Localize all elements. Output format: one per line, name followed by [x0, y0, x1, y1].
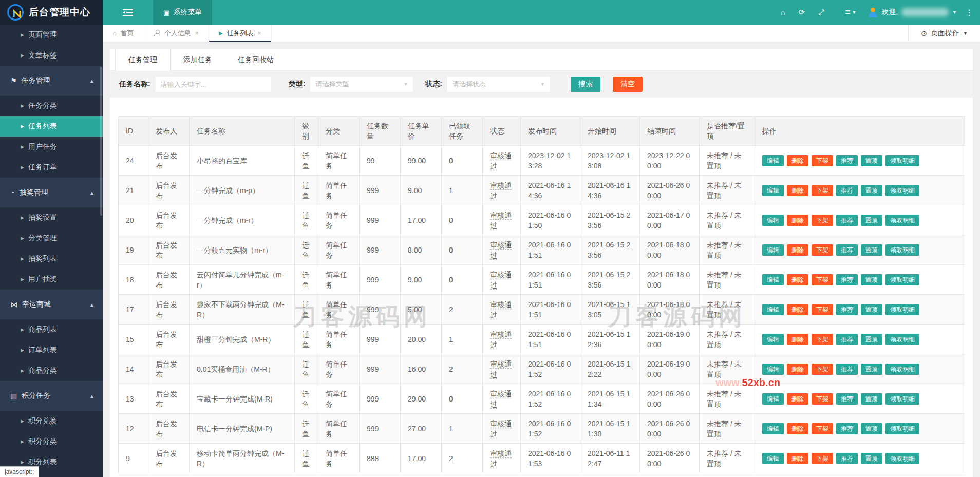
sidebar-item-lucky-mall[interactable]: ⋈幸运商城▲	[0, 290, 103, 319]
action-button-删除[interactable]: 删除	[787, 393, 808, 405]
page-operations-dropdown[interactable]: ⊙ 页面操作 ▼	[908, 25, 980, 42]
action-button-删除[interactable]: 删除	[787, 185, 808, 196]
refresh-icon[interactable]: ⟳	[792, 0, 812, 25]
action-button-编辑[interactable]: 编辑	[762, 155, 784, 166]
action-button-置顶[interactable]: 置顶	[861, 453, 882, 464]
action-button-下架[interactable]: 下架	[812, 423, 833, 434]
action-button-下架[interactable]: 下架	[812, 185, 833, 196]
action-button-删除[interactable]: 删除	[787, 244, 808, 256]
layout-menu-dropdown[interactable]: ≡ ▼	[838, 0, 863, 25]
action-button-编辑[interactable]: 编辑	[762, 423, 784, 434]
sidebar-item-task-order[interactable]: ▶任务订单	[0, 157, 103, 178]
sidebar-item-user-task[interactable]: ▶用户任务	[0, 137, 103, 157]
sidebar-item-goods-category[interactable]: ▶商品分类	[0, 360, 103, 381]
sidebar-item-points-category[interactable]: ▶积分分类	[0, 431, 103, 452]
tab-profile[interactable]: 个人信息×	[144, 25, 209, 42]
action-button-置顶[interactable]: 置顶	[861, 393, 882, 405]
sidebar-scrollbar[interactable]	[100, 67, 102, 216]
sidebar-item-task-category[interactable]: ▶任务分类	[0, 96, 103, 116]
action-button-推荐[interactable]: 推荐	[836, 244, 858, 256]
action-button-编辑[interactable]: 编辑	[762, 393, 784, 405]
action-button-删除[interactable]: 删除	[787, 453, 808, 464]
action-button-推荐[interactable]: 推荐	[836, 334, 858, 345]
subtab-task-recycle[interactable]: 任务回收站	[225, 49, 287, 70]
sidebar-item-user-lottery[interactable]: ▶用户抽奖	[0, 269, 103, 290]
action-button-下架[interactable]: 下架	[812, 334, 833, 345]
close-icon[interactable]: ×	[195, 30, 199, 37]
system-menu-button[interactable]: ▣ 系统菜单	[153, 0, 212, 25]
tab-home[interactable]: ⌂首页	[103, 25, 144, 42]
action-button-推荐[interactable]: 推荐	[836, 304, 858, 315]
action-button-编辑[interactable]: 编辑	[762, 334, 784, 345]
type-select[interactable]: 请选择类型 ▼	[310, 77, 413, 92]
action-button-删除[interactable]: 删除	[787, 304, 808, 315]
sidebar-item-page-manage[interactable]: ▶页面管理	[0, 25, 103, 45]
action-button-下架[interactable]: 下架	[812, 304, 833, 315]
more-options-icon[interactable]: ⋮	[962, 8, 980, 17]
action-button-删除[interactable]: 删除	[787, 423, 808, 434]
tab-task-list[interactable]: ▶任务列表×	[209, 25, 272, 42]
action-button-推荐[interactable]: 推荐	[836, 215, 858, 226]
sidebar-item-article-tags[interactable]: ▶文章标签	[0, 45, 103, 66]
action-button-编辑[interactable]: 编辑	[762, 304, 784, 315]
action-button-领取明细[interactable]: 领取明细	[885, 244, 919, 256]
action-button-领取明细[interactable]: 领取明细	[885, 334, 919, 345]
fullscreen-icon[interactable]: ⤢	[812, 0, 831, 25]
home-icon[interactable]: ⌂	[774, 0, 792, 25]
action-button-领取明细[interactable]: 领取明细	[885, 185, 919, 196]
action-button-推荐[interactable]: 推荐	[836, 393, 858, 405]
action-button-置顶[interactable]: 置顶	[861, 244, 882, 256]
action-button-领取明细[interactable]: 领取明细	[885, 364, 919, 375]
action-button-领取明细[interactable]: 领取明细	[885, 453, 919, 464]
close-icon[interactable]: ×	[258, 30, 261, 37]
action-button-置顶[interactable]: 置顶	[861, 364, 882, 375]
user-menu[interactable]: 欢迎, ▼	[863, 8, 962, 17]
subtab-add-task[interactable]: 添加任务	[171, 49, 225, 70]
action-button-领取明细[interactable]: 领取明细	[885, 393, 919, 405]
action-button-编辑[interactable]: 编辑	[762, 244, 784, 256]
action-button-置顶[interactable]: 置顶	[861, 155, 882, 166]
action-button-删除[interactable]: 删除	[787, 274, 808, 285]
action-button-删除[interactable]: 删除	[787, 155, 808, 166]
action-button-领取明细[interactable]: 领取明细	[885, 423, 919, 434]
action-button-下架[interactable]: 下架	[812, 364, 833, 375]
sidebar-item-goods-list[interactable]: ▶商品列表	[0, 319, 103, 340]
action-button-置顶[interactable]: 置顶	[861, 215, 882, 226]
action-button-领取明细[interactable]: 领取明细	[885, 155, 919, 166]
action-button-下架[interactable]: 下架	[812, 244, 833, 256]
action-button-编辑[interactable]: 编辑	[762, 453, 784, 464]
status-select[interactable]: 请选择状态 ▼	[447, 77, 550, 92]
sidebar-toggle-button[interactable]	[103, 0, 153, 25]
action-button-下架[interactable]: 下架	[812, 274, 833, 285]
sidebar-item-lottery-setting[interactable]: ▶抽奖设置	[0, 207, 103, 228]
sidebar-item-points-task[interactable]: ▦积分任务▲	[0, 381, 103, 411]
sidebar-item-category-manage[interactable]: ▶分类管理	[0, 228, 103, 249]
action-button-置顶[interactable]: 置顶	[861, 274, 882, 285]
sidebar-item-task-manage[interactable]: ⚑任务管理▲	[0, 66, 103, 96]
action-button-下架[interactable]: 下架	[812, 453, 833, 464]
action-button-编辑[interactable]: 编辑	[762, 274, 784, 285]
action-button-领取明细[interactable]: 领取明细	[885, 215, 919, 226]
action-button-下架[interactable]: 下架	[812, 393, 833, 405]
action-button-推荐[interactable]: 推荐	[836, 453, 858, 464]
action-button-下架[interactable]: 下架	[812, 215, 833, 226]
action-button-推荐[interactable]: 推荐	[836, 364, 858, 375]
action-button-编辑[interactable]: 编辑	[762, 364, 784, 375]
sidebar-item-points-exchange[interactable]: ▶积分兑换	[0, 411, 103, 431]
action-button-置顶[interactable]: 置顶	[861, 423, 882, 434]
sidebar-item-lottery-manage[interactable]: ◔抽奖管理▲	[0, 178, 103, 207]
action-button-编辑[interactable]: 编辑	[762, 185, 784, 196]
action-button-删除[interactable]: 删除	[787, 215, 808, 226]
action-button-删除[interactable]: 删除	[787, 334, 808, 345]
search-button[interactable]: 搜索	[571, 77, 600, 92]
sidebar-item-task-list[interactable]: ▶任务列表	[0, 116, 103, 137]
action-button-置顶[interactable]: 置顶	[861, 185, 882, 196]
logo-area[interactable]: 后台管理中心	[0, 0, 103, 25]
action-button-置顶[interactable]: 置顶	[861, 334, 882, 345]
action-button-推荐[interactable]: 推荐	[836, 423, 858, 434]
action-button-推荐[interactable]: 推荐	[836, 185, 858, 196]
action-button-推荐[interactable]: 推荐	[836, 155, 858, 166]
action-button-推荐[interactable]: 推荐	[836, 274, 858, 285]
sidebar-item-order-list[interactable]: ▶订单列表	[0, 340, 103, 360]
action-button-编辑[interactable]: 编辑	[762, 215, 784, 226]
